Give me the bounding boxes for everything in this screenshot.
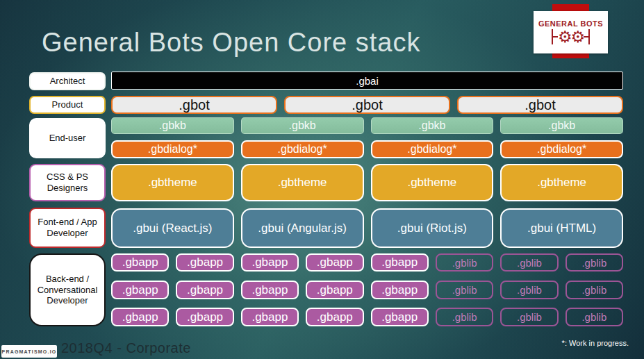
gbapp-box: .gbapp bbox=[176, 281, 233, 299]
gbapp-box: .gbapp bbox=[111, 253, 169, 272]
gblib-box: .gblib bbox=[436, 308, 493, 326]
gbkb-box: .gbkb bbox=[371, 117, 494, 134]
gbdialog-box: .gbdialog* bbox=[371, 140, 494, 158]
gbkb-box: .gbkb bbox=[111, 117, 234, 134]
page-title: General Bots Open Core stack bbox=[42, 28, 420, 58]
gbapp-box: .gbapp bbox=[241, 281, 299, 299]
gbtheme-box: .gbtheme bbox=[241, 164, 364, 201]
label-architect: Architect bbox=[29, 72, 106, 90]
gear-right-hbar bbox=[584, 36, 588, 37]
gblib-box: .gblib bbox=[436, 253, 493, 272]
gblib-box: .gblib bbox=[500, 308, 558, 326]
gblib-box: .gblib bbox=[500, 253, 558, 272]
slide: General Bots Open Core stack GENERAL BOT… bbox=[0, 0, 644, 359]
gblib-box: .gblib bbox=[565, 308, 623, 326]
label-frontend-developer: Font-end / App Developer bbox=[29, 208, 106, 248]
gblib-box: .gblib bbox=[436, 281, 493, 299]
row-backend-2: .gbapp .gbapp .gbapp .gbapp .gbapp .gbli… bbox=[111, 281, 623, 299]
row-gbtheme: .gbtheme .gbtheme .gbtheme .gbtheme bbox=[111, 164, 623, 201]
gbtheme-box: .gbtheme bbox=[371, 164, 494, 201]
pragmatismo-badge: PRAGMATISMO.IO bbox=[1, 345, 57, 358]
gbot-box: .gbot bbox=[111, 96, 277, 114]
gbapp-box: .gbapp bbox=[176, 308, 233, 326]
gbai-box: .gbai bbox=[111, 72, 623, 90]
label-backend-developer: Back-end / Conversational Developer bbox=[29, 253, 106, 326]
gblib-box: .gblib bbox=[565, 281, 623, 299]
gear-icon: ⚙⚙ bbox=[552, 29, 590, 45]
logo-brand-text: GENERAL BOTS bbox=[538, 20, 603, 28]
gbdialog-box: .gbdialog* bbox=[111, 140, 234, 158]
gblib-box: .gblib bbox=[500, 281, 558, 299]
gbtheme-box: .gbtheme bbox=[111, 164, 234, 201]
gbui-html-box: .gbui (HTML) bbox=[500, 208, 623, 248]
label-css-ps-designers: CSS & PS Designers bbox=[29, 164, 106, 201]
gbapp-box: .gbapp bbox=[111, 308, 169, 326]
gbapp-box: .gbapp bbox=[241, 308, 299, 326]
gbui-react-box: .gbui (React.js) bbox=[111, 208, 234, 248]
gbot-box: .gbot bbox=[457, 96, 623, 114]
gbapp-box: .gbapp bbox=[176, 253, 233, 272]
gear-left-hbar bbox=[553, 36, 558, 37]
gbapp-box: .gbapp bbox=[111, 281, 169, 299]
gbapp-box: .gbapp bbox=[371, 253, 429, 272]
general-bots-logo: GENERAL BOTS ⚙⚙ bbox=[534, 11, 608, 53]
label-end-user: End-user bbox=[29, 118, 106, 158]
label-product: Product bbox=[29, 96, 106, 114]
row-backend-1: .gbapp .gbapp .gbapp .gbapp .gbapp .gbli… bbox=[111, 253, 623, 272]
gbapp-box: .gbapp bbox=[306, 281, 363, 299]
gbkb-box: .gbkb bbox=[241, 117, 364, 134]
gbapp-box: .gbapp bbox=[371, 308, 429, 326]
gbtheme-box: .gbtheme bbox=[500, 164, 623, 201]
row-backend-3: .gbapp .gbapp .gbapp .gbapp .gbapp .gbli… bbox=[111, 308, 623, 326]
work-in-progress-note: *: Work in progress. bbox=[562, 339, 629, 347]
row-gbkb: .gbkb .gbkb .gbkb .gbkb bbox=[111, 117, 623, 134]
row-gbdialog: .gbdialog* .gbdialog* .gbdialog* .gbdial… bbox=[111, 140, 623, 158]
gbui-riot-box: .gbui (Riot.js) bbox=[371, 208, 494, 248]
gblib-box: .gblib bbox=[565, 253, 623, 272]
gbkb-box: .gbkb bbox=[500, 117, 623, 134]
gbdialog-box: .gbdialog* bbox=[241, 140, 364, 158]
gbapp-box: .gbapp bbox=[241, 253, 299, 272]
row-gbui: .gbui (React.js) .gbui (Angular.js) .gbu… bbox=[111, 208, 623, 248]
gears-glyphs-icon: ⚙⚙ bbox=[558, 29, 584, 45]
gbapp-box: .gbapp bbox=[306, 308, 363, 326]
footer-caption: 2018Q4 - Corporate bbox=[61, 340, 191, 356]
gbot-box: .gbot bbox=[284, 96, 450, 114]
gear-right-bar bbox=[588, 29, 590, 44]
gbdialog-box: .gbdialog* bbox=[500, 140, 623, 158]
gbui-angular-box: .gbui (Angular.js) bbox=[241, 208, 364, 248]
row-gbai: .gbai bbox=[111, 72, 623, 90]
gbapp-box: .gbapp bbox=[306, 253, 363, 272]
row-gbot: .gbot .gbot .gbot bbox=[111, 96, 623, 114]
gbapp-box: .gbapp bbox=[371, 281, 429, 299]
